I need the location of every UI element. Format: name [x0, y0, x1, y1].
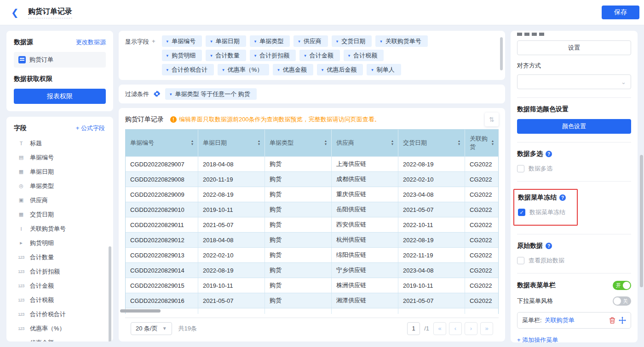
display-field-chip[interactable]: ▾合计数量	[206, 50, 246, 61]
datasource-item[interactable]: 购货订单	[14, 52, 106, 68]
checkbox-unchecked[interactable]	[517, 165, 524, 172]
multi-select-checkbox-row[interactable]: 数据多选	[517, 165, 631, 173]
add-display-field-button[interactable]: +	[152, 35, 155, 75]
display-field-chip[interactable]: ▾交货日期	[332, 35, 372, 47]
display-field-chip[interactable]: ▾合计金额	[299, 50, 340, 61]
display-field-chip[interactable]: ▾合计税额	[344, 50, 384, 61]
field-item-date[interactable]: ▦单据日期	[14, 165, 109, 179]
display-field-chip[interactable]: ▾供应商	[293, 35, 328, 47]
sort-arrows-icon[interactable]: ▴▾	[258, 140, 260, 146]
help-icon[interactable]: ?	[559, 194, 566, 201]
chevron-down-icon: ▾	[254, 39, 257, 44]
next-page-button[interactable]: ›	[465, 322, 477, 335]
move-icon[interactable]	[619, 317, 626, 324]
report-permission-button[interactable]: 报表权限	[14, 89, 106, 104]
help-icon[interactable]: ?	[546, 243, 552, 249]
table-row[interactable]: CGDD202208290082020-11-19购货成都供应链2022-02-…	[126, 171, 498, 187]
checkbox-checked[interactable]: ✓	[518, 209, 525, 216]
change-datasource-link[interactable]: 更改数据源	[76, 38, 106, 46]
align-select[interactable]: ⌄	[517, 74, 631, 89]
field-item-number[interactable]: 123合计金额	[14, 279, 109, 293]
field-item-number[interactable]: 123合计折扣额	[14, 264, 109, 279]
settings-button[interactable]: 设置	[517, 40, 631, 55]
display-field-chip[interactable]: ▾单据日期	[206, 35, 246, 47]
display-field-chip[interactable]: ▾优惠率（%）	[218, 64, 269, 75]
table-horizontal-scrollbar[interactable]	[120, 309, 161, 313]
sort-arrows-icon[interactable]: ▴▾	[325, 140, 327, 146]
display-field-chip[interactable]: ▾制单人	[367, 64, 401, 75]
field-item-date[interactable]: ▦交货日期	[14, 207, 109, 222]
display-field-chip[interactable]: ▾合计价税合计	[162, 64, 214, 75]
display-field-chip[interactable]: ▾合计折扣额	[250, 50, 296, 61]
display-field-chip[interactable]: ▾优惠后金额	[317, 64, 363, 75]
field-item-input[interactable]: I关联购货单号	[14, 222, 109, 236]
add-action-menu-link[interactable]: + 添加操作菜单	[517, 336, 558, 342]
table-row[interactable]: CGDD202208290112021-05-07购货西安供应链2022-10-…	[126, 217, 498, 232]
display-field-chip[interactable]: ▾关联购货单号	[375, 35, 428, 47]
table-cell: CG2022	[465, 172, 498, 187]
checkbox-unchecked[interactable]	[517, 257, 524, 264]
dropdown-style-toggle-off[interactable]: 关	[613, 296, 631, 306]
table-row[interactable]: CGDD202208290162021-05-07购货湘潭供应链2021-05-…	[126, 293, 498, 308]
display-fields-scrollbar[interactable]	[500, 37, 503, 70]
column-header[interactable]: 交货日期▴▾	[398, 130, 465, 156]
save-button[interactable]: 保存	[602, 6, 639, 19]
first-page-button[interactable]: «	[433, 322, 446, 335]
table-sort-tool-button[interactable]: ⇅	[485, 113, 499, 126]
field-item-number[interactable]: 123优惠金额	[14, 336, 109, 341]
table-cell: 购货	[265, 263, 332, 278]
field-item-number[interactable]: 123合计税额	[14, 293, 109, 307]
table-row[interactable]: CGDD202208290102019-10-11购货岳阳供应链2021-05-…	[126, 202, 498, 217]
clipped-section-label	[517, 33, 546, 36]
current-page-input[interactable]: 1	[407, 322, 420, 335]
field-item-number[interactable]: 123优惠率（%）	[14, 321, 109, 336]
display-field-chip[interactable]: ▾单据编号	[162, 35, 202, 47]
display-field-chip[interactable]: ▾优惠金额	[273, 64, 313, 75]
gear-icon[interactable]	[154, 91, 161, 97]
filter-condition-chip[interactable]: ▾ 单据类型 等于任意一个 购货	[165, 88, 257, 100]
table-row[interactable]: CGDD202208290142022-08-19购货宁乡供应链2023-04-…	[126, 262, 498, 278]
chip-label: 单据编号	[172, 37, 196, 46]
field-item-number[interactable]: 123合计价税合计	[14, 307, 109, 321]
display-field-chip[interactable]: ▾购货明细	[162, 50, 202, 61]
column-header[interactable]: 单据类型▴▾	[265, 130, 332, 156]
page-size-select[interactable]: 20 条/页 ▼	[131, 322, 172, 335]
table-row[interactable]: CGDD202208290122018-04-08购货杭州供应链2022-08-…	[126, 232, 498, 247]
column-header[interactable]: 关联购货▴▾	[465, 130, 498, 156]
table-row[interactable]: CGDD202208290092022-08-19购货重庆供应链2023-04-…	[126, 187, 498, 202]
menubar-toggle-on[interactable]: 开	[613, 281, 631, 290]
field-item-radio[interactable]: ◎单据类型	[14, 179, 109, 193]
table-row[interactable]: CGDD202208290132022-02-10购货绵阳供应链2022-11-…	[126, 247, 498, 262]
help-icon[interactable]: ?	[546, 151, 552, 157]
page-scrollbar[interactable]	[640, 155, 643, 287]
menu-bar-item[interactable]: 菜单栏: 关联购货单	[517, 312, 631, 329]
column-header[interactable]: 供应商▴▾	[332, 130, 398, 156]
fields-scrollbar[interactable]	[109, 246, 111, 341]
display-field-chips: ▾单据编号▾单据日期▾单据类型▾供应商▾交货日期▾关联购货单号▾购货明细▾合计数…	[162, 35, 428, 75]
back-icon[interactable]: ❮	[11, 8, 19, 17]
page-title: 购货订单记录	[28, 7, 72, 18]
display-field-chip[interactable]: ▾单据类型	[250, 35, 290, 47]
table-cell: 西安供应链	[332, 217, 398, 232]
trash-icon[interactable]	[609, 317, 616, 324]
table-row[interactable]: CGDD202208290072018-04-08购货上海供应链2022-08-…	[126, 156, 498, 171]
raw-data-checkbox-row[interactable]: 查看原始数据	[517, 256, 631, 265]
field-item-serial[interactable]: ▤单据编号	[14, 150, 109, 165]
prev-page-button[interactable]: ‹	[449, 322, 462, 335]
table-row[interactable]: CGDD202208290152019-10-11购货株洲供应链2019-10-…	[126, 278, 498, 293]
formula-field-link[interactable]: + 公式字段	[76, 124, 105, 132]
chevron-down-icon: ⌄	[621, 79, 626, 85]
field-item-subform[interactable]: ▸购货明细	[14, 236, 109, 250]
sort-arrows-icon[interactable]: ▴▾	[191, 140, 193, 146]
column-header[interactable]: 单据日期▴▾	[198, 130, 265, 156]
sort-arrows-icon[interactable]: ▴▾	[492, 140, 494, 146]
color-settings-button[interactable]: 颜色设置	[517, 119, 631, 134]
sort-arrows-icon[interactable]: ▴▾	[458, 140, 460, 146]
last-page-button[interactable]: »	[480, 322, 493, 335]
column-header[interactable]: 单据编号▴▾	[126, 130, 198, 156]
field-item-select[interactable]: ▣供应商	[14, 193, 109, 207]
field-item-text[interactable]: T标题	[14, 136, 109, 150]
freeze-checkbox-row[interactable]: ✓ 数据菜单冻结	[518, 208, 566, 216]
field-item-number[interactable]: 123合计数量	[14, 250, 109, 264]
sort-arrows-icon[interactable]: ▴▾	[391, 140, 393, 146]
